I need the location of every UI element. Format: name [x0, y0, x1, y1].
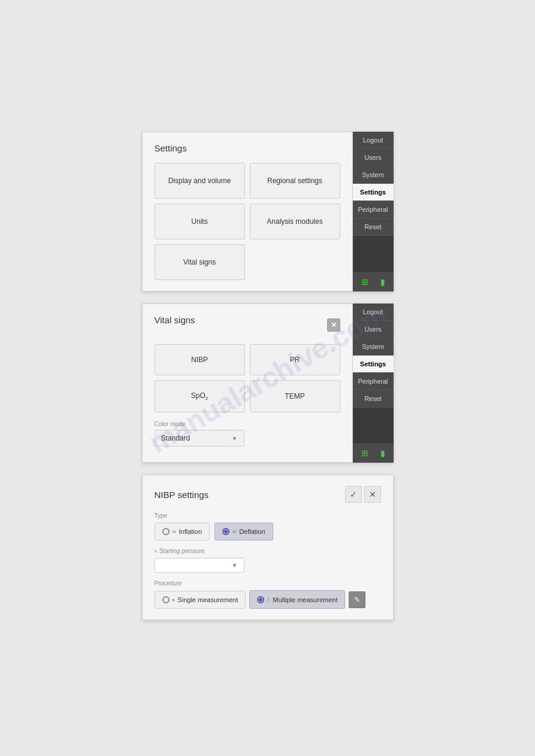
nav-bottom-2: ⊞ ▮ — [353, 444, 394, 463]
inflation-option[interactable]: ≈ Inflation — [155, 523, 210, 541]
single-label: Single measurement — [177, 596, 238, 603]
single-measurement-option[interactable]: • Single measurement — [155, 591, 246, 609]
starting-pressure-icon: ≈ — [155, 548, 158, 554]
nav-bottom-1: ⊞ ▮ — [353, 272, 394, 292]
cancel-btn[interactable]: ✕ — [364, 486, 381, 503]
users-btn-1[interactable]: Users — [353, 149, 394, 166]
analysis-modules-btn[interactable]: Analysis modules — [250, 204, 340, 239]
settings-main: Settings Display and volume Regional set… — [142, 132, 353, 292]
vital-grid: NIBP PR SpO2 TEMP — [155, 344, 340, 412]
nibp-title: NIBP settings — [155, 490, 209, 500]
settings-panel: Settings Display and volume Regional set… — [142, 132, 394, 292]
peripheral-btn-2[interactable]: Peripheral — [353, 373, 394, 390]
close-vital-btn[interactable]: ✕ — [327, 318, 340, 332]
color-mode-label: Color mode — [155, 421, 340, 427]
nibp-actions: ✓ ✕ — [345, 486, 381, 503]
vital-signs-main: Vital signs ✕ NIBP PR SpO2 TEMP Color mo… — [142, 303, 353, 463]
nibp-btn[interactable]: NIBP — [155, 344, 245, 375]
network-icon-2: ⊞ — [361, 448, 368, 458]
vital-signs-panel: Vital signs ✕ NIBP PR SpO2 TEMP Color mo… — [142, 303, 394, 463]
network-icon-1: ⊞ — [361, 277, 368, 287]
pr-btn[interactable]: PR — [250, 344, 340, 375]
side-nav-2: Logout Users System Settings Peripheral … — [353, 303, 394, 463]
color-mode-value: Standard — [161, 434, 191, 442]
single-icon: • — [173, 596, 175, 603]
multiple-radio[interactable] — [257, 596, 264, 603]
single-radio[interactable] — [162, 596, 170, 603]
regional-settings-btn[interactable]: Regional settings — [250, 163, 340, 199]
nibp-main: NIBP settings ✓ ✕ Type ≈ Inflation ≈ Def… — [142, 475, 394, 620]
multiple-label: Multiple measurement — [273, 596, 337, 603]
temp-btn[interactable]: TEMP — [250, 380, 340, 412]
inflation-label: Inflation — [179, 528, 202, 535]
logout-btn-2[interactable]: Logout — [353, 303, 394, 321]
confirm-btn[interactable]: ✓ — [345, 486, 362, 503]
starting-pressure-select[interactable]: ▼ — [155, 558, 244, 573]
nibp-panel: NIBP settings ✓ ✕ Type ≈ Inflation ≈ Def… — [142, 475, 394, 620]
side-nav-1: Logout Users System Settings Peripheral … — [353, 132, 394, 292]
battery-icon-1: ▮ — [380, 277, 385, 287]
vital-signs-header: Vital signs ✕ — [155, 315, 340, 335]
spo2-btn[interactable]: SpO2 — [155, 380, 245, 412]
logout-btn-1[interactable]: Logout — [353, 132, 394, 149]
type-radio-group: ≈ Inflation ≈ Deflation — [155, 523, 381, 541]
deflation-icon: ≈ — [232, 528, 236, 535]
procedure-label: Procedure — [155, 580, 381, 587]
deflation-label: Deflation — [239, 528, 265, 535]
vital-signs-btn[interactable]: Vital signs — [155, 244, 245, 280]
procedure-row: • Single measurement ⁝ Multiple measurem… — [155, 590, 381, 609]
inflation-icon: ≈ — [173, 528, 176, 535]
starting-pressure-arrow: ▼ — [232, 562, 238, 569]
color-mode-arrow: ▼ — [232, 435, 238, 442]
units-btn[interactable]: Units — [155, 204, 245, 239]
deflation-radio[interactable] — [222, 528, 229, 535]
users-btn-2[interactable]: Users — [353, 321, 394, 338]
inflation-radio[interactable] — [162, 528, 170, 535]
peripheral-btn-1[interactable]: Peripheral — [353, 201, 394, 218]
system-btn-1[interactable]: System — [353, 166, 394, 184]
settings-grid: Display and volume Regional settings Uni… — [155, 163, 340, 280]
multiple-icon: ⁝ — [267, 596, 270, 603]
settings-btn-2[interactable]: Settings — [353, 356, 394, 373]
multiple-measurement-option[interactable]: ⁝ Multiple measurement — [249, 590, 345, 609]
starting-pressure-label: ≈ Starting pressure — [155, 548, 381, 554]
type-label: Type — [155, 512, 381, 519]
display-volume-btn[interactable]: Display and volume — [155, 163, 245, 199]
deflation-option[interactable]: ≈ Deflation — [214, 523, 273, 541]
nibp-header: NIBP settings ✓ ✕ — [155, 486, 381, 503]
reset-btn-2[interactable]: Reset — [353, 390, 394, 408]
color-mode-select[interactable]: Standard ▼ — [155, 430, 244, 447]
settings-title: Settings — [155, 143, 340, 153]
reset-btn-1[interactable]: Reset — [353, 218, 394, 236]
edit-multiple-btn[interactable]: ✎ — [349, 591, 365, 608]
settings-btn-1[interactable]: Settings — [353, 184, 394, 201]
battery-icon-2: ▮ — [380, 448, 385, 458]
vital-signs-title: Vital signs — [155, 315, 195, 325]
system-btn-2[interactable]: System — [353, 338, 394, 356]
